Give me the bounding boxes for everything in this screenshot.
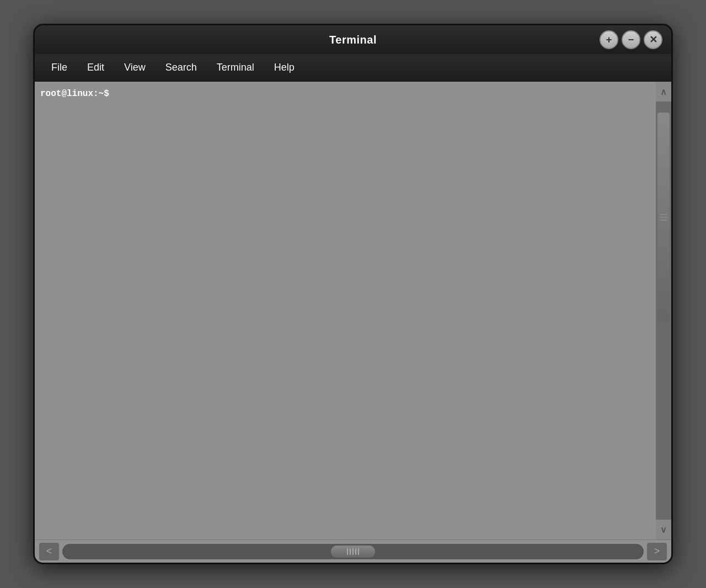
hgrip-line-4 xyxy=(355,548,356,555)
grip-line-1 xyxy=(660,214,667,215)
terminal-window: Terminal + − ✕ File Edit View Search Ter… xyxy=(33,24,673,564)
hgrip-line-5 xyxy=(358,548,359,555)
window-controls: + − ✕ xyxy=(600,30,662,49)
scroll-track-vertical[interactable] xyxy=(656,101,671,520)
menu-view[interactable]: View xyxy=(114,58,156,77)
menu-help[interactable]: Help xyxy=(264,58,304,77)
grip-line-3 xyxy=(660,220,667,221)
scroll-thumb-vertical[interactable] xyxy=(657,113,670,322)
hgrip-line-1 xyxy=(347,548,348,555)
scroll-left-button[interactable]: < xyxy=(39,543,59,560)
menu-search[interactable]: Search xyxy=(156,58,207,77)
hgrip-line-3 xyxy=(352,548,354,555)
scroll-down-button[interactable]: ∨ xyxy=(656,520,671,539)
terminal-prompt: root@linux:~$ xyxy=(40,89,109,99)
scroll-track-horizontal[interactable] xyxy=(62,544,644,559)
menu-edit[interactable]: Edit xyxy=(77,58,114,77)
titlebar: Terminal + − ✕ xyxy=(35,25,671,54)
scroll-thumb-horizontal[interactable] xyxy=(331,546,375,558)
window-title: Terminal xyxy=(329,34,377,46)
menu-file[interactable]: File xyxy=(41,58,77,77)
hgrip-line-2 xyxy=(350,548,351,555)
close-button[interactable]: ✕ xyxy=(644,30,662,49)
terminal-content[interactable]: root@linux:~$ xyxy=(35,82,656,539)
menubar: File Edit View Search Terminal Help xyxy=(35,54,671,82)
add-tab-button[interactable]: + xyxy=(600,30,618,49)
scroll-grip-vertical xyxy=(659,214,668,221)
menu-terminal[interactable]: Terminal xyxy=(207,58,264,77)
minimize-button[interactable]: − xyxy=(622,30,640,49)
grip-line-2 xyxy=(660,217,667,218)
scroll-up-button[interactable]: ∧ xyxy=(656,82,671,101)
terminal-body: root@linux:~$ ∧ ∨ xyxy=(35,82,671,539)
scroll-right-button[interactable]: > xyxy=(647,543,667,560)
vertical-scrollbar: ∧ ∨ xyxy=(656,82,671,539)
horizontal-scrollbar: < > xyxy=(35,539,671,563)
